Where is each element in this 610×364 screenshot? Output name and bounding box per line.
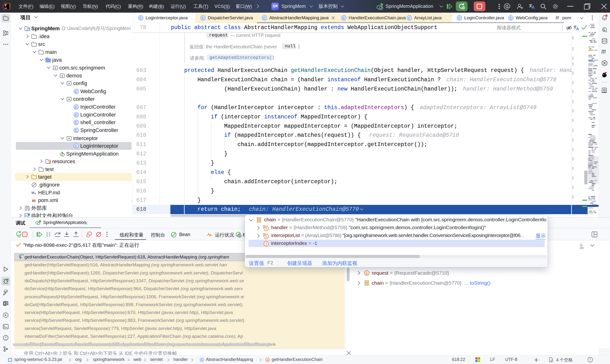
svg-text:C: C <box>75 120 78 125</box>
svg-text:C: C <box>201 358 203 362</box>
svg-text:C: C <box>263 16 266 20</box>
svg-text:p: p <box>366 271 368 275</box>
svg-text:C: C <box>75 105 78 109</box>
svg-text:C: C <box>75 113 78 117</box>
svg-text:A: A <box>604 89 605 91</box>
svg-text:C: C <box>510 16 512 20</box>
svg-text:C: C <box>140 16 142 20</box>
svg-text:m: m <box>32 198 36 203</box>
svg-text:C: C <box>343 16 345 20</box>
svg-text:C: C <box>75 90 78 94</box>
svg-text:C: C <box>202 16 205 20</box>
svg-text:C: C <box>458 16 461 20</box>
svg-text:C: C <box>408 16 411 20</box>
svg-text:M: M <box>31 191 34 195</box>
svg-text:C: C <box>75 144 78 148</box>
svg-text:C: C <box>75 128 78 132</box>
svg-text:m: m <box>266 359 269 361</box>
